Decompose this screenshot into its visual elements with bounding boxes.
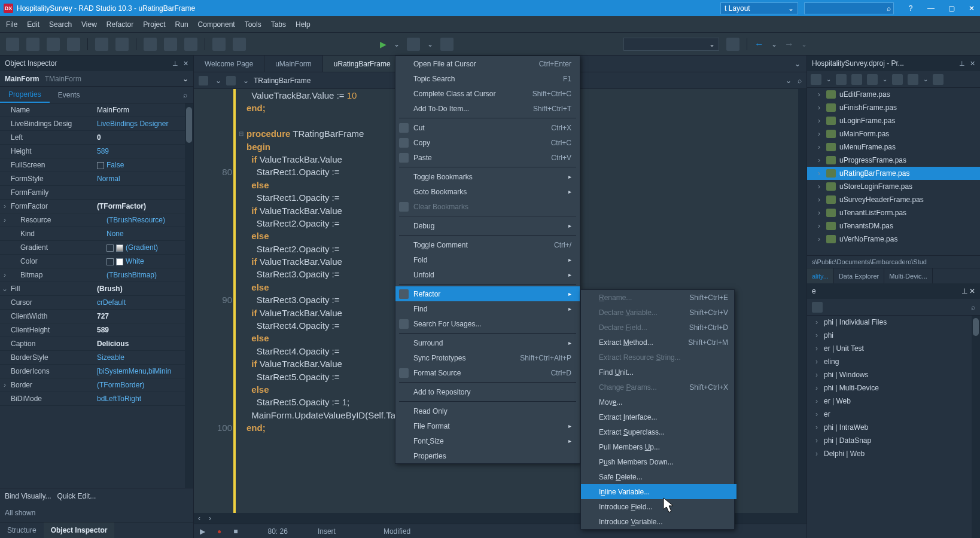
chevron-down-icon[interactable]: ⌄ (243, 77, 249, 85)
palette-category[interactable]: ›Delphi | Web (807, 447, 980, 460)
property-row[interactable]: ›FormFactor(TFormFactor) (0, 200, 193, 213)
property-row[interactable]: Height589 (0, 145, 193, 158)
tb-btn-4[interactable] (212, 38, 226, 51)
property-row[interactable]: CursorcrDefault (0, 296, 193, 310)
property-value[interactable]: Normal (93, 175, 193, 183)
maximize-button[interactable]: ▢ (946, 4, 956, 13)
macro-record-icon[interactable]: ● (217, 527, 221, 536)
property-value[interactable]: False (93, 161, 193, 169)
tb-btn-6[interactable] (726, 38, 739, 51)
editor-tab[interactable]: uRatingBarFrame (323, 56, 402, 72)
project-file[interactable]: ›uMainForm.pas (807, 127, 980, 140)
layout-combo[interactable]: t Layout ⌄ (720, 2, 798, 14)
quick-edit-link[interactable]: Quick Edit... (57, 492, 96, 500)
property-row[interactable]: NameMainForm (0, 103, 193, 117)
refactor-menu-item[interactable]: Extract Interface... (581, 409, 736, 424)
project-file[interactable]: ›uStoreLoginFrame.pas (807, 180, 980, 193)
palette-category[interactable]: ›eling (807, 355, 980, 368)
close-icon[interactable]: ✕ (970, 60, 975, 68)
tab-object-inspector[interactable]: Object Inspector (44, 522, 115, 538)
close-icon[interactable]: ✕ (183, 60, 188, 68)
nav-back-dropdown[interactable]: ⌄ (771, 40, 777, 48)
macro-stop-icon[interactable]: ■ (233, 527, 238, 536)
context-menu-item[interactable]: Toggle CommentCtrl+/ (395, 237, 580, 252)
expander-icon[interactable]: › (818, 195, 826, 204)
chevron-down-icon[interactable]: ⌄ (826, 76, 831, 82)
property-row[interactable]: FormFamily (0, 186, 193, 200)
refactor-menu-item[interactable]: Pull Members Up... (581, 439, 736, 454)
tab-structure[interactable]: Structure (0, 522, 44, 538)
property-value[interactable]: 589 (93, 326, 193, 334)
context-menu-item[interactable]: Refactor▸ (395, 286, 580, 301)
property-value[interactable]: 727 (93, 312, 193, 320)
menu-search[interactable]: Search (49, 20, 72, 29)
context-menu-item[interactable]: Find▸ (395, 301, 580, 316)
property-row[interactable]: CaptionDelicious (0, 337, 193, 351)
menu-refactor[interactable]: Refactor (106, 20, 133, 29)
property-row[interactable]: BiDiModebdLeftToRight (0, 392, 193, 406)
context-menu-item[interactable]: Format SourceCtrl+D (395, 365, 580, 380)
expander-icon[interactable]: › (0, 381, 10, 389)
palette-cursor-icon[interactable] (812, 302, 823, 313)
run-button[interactable]: ▶ (380, 39, 386, 49)
property-row[interactable]: BorderStyleSizeable (0, 351, 193, 365)
expander-icon[interactable]: › (815, 436, 824, 445)
refactor-menu-item[interactable]: Inline Variable... (581, 484, 736, 499)
scrollbar[interactable] (185, 103, 193, 488)
context-menu-item[interactable]: Font Size▸ (395, 433, 580, 448)
expander-icon[interactable]: › (815, 423, 824, 432)
expander-icon[interactable]: › (818, 156, 826, 164)
pin-icon[interactable]: ⊥ (172, 60, 178, 68)
project-tree[interactable]: ›uEditFrame.pas›uFinishFrame.pas›uLoginF… (807, 88, 980, 255)
expander-icon[interactable]: › (818, 103, 826, 112)
chevron-down-icon[interactable]: ⌄ (882, 76, 887, 82)
nav-forward-dropdown[interactable]: ⌄ (801, 40, 807, 48)
run-no-debug-dropdown[interactable]: ⌄ (427, 40, 433, 48)
expander-icon[interactable]: › (818, 143, 826, 151)
scroll-left-icon[interactable]: ‹ (194, 514, 205, 522)
save-button[interactable] (47, 38, 60, 51)
search-icon[interactable]: ⌕ (183, 91, 187, 99)
property-row[interactable]: ClientHeight589 (0, 323, 193, 337)
palette-category[interactable]: ›phi | Individual Files (807, 316, 980, 329)
property-value[interactable]: (Gradient) (103, 243, 193, 252)
chevron-down-icon[interactable]: ⌄ (786, 77, 792, 85)
menu-component[interactable]: Component (198, 20, 235, 29)
property-value[interactable]: bdLeftToRight (93, 395, 193, 403)
project-file[interactable]: ›uProgressFrame.pas (807, 154, 980, 167)
expander-icon[interactable]: › (815, 331, 824, 340)
project-file[interactable]: ›uSurveyHeaderFrame.pas (807, 193, 980, 206)
property-value[interactable]: [biSystemMenu,biMinin (93, 367, 193, 375)
proj-tb-4[interactable] (867, 74, 878, 85)
menu-file[interactable]: File (6, 20, 17, 29)
project-file[interactable]: ›uTenantsDM.pas (807, 219, 980, 233)
property-grid[interactable]: NameMainFormLiveBindings DesigLiveBindin… (0, 103, 193, 488)
property-row[interactable]: ›Bitmap(TBrushBitmap) (0, 268, 193, 282)
refactor-menu-item[interactable]: Find Unit... (581, 365, 736, 380)
refactor-menu-item[interactable]: Move... (581, 395, 736, 409)
scroll-right-icon[interactable]: › (205, 514, 215, 522)
palette-category[interactable]: ›phi | Windows (807, 368, 980, 381)
property-row[interactable]: ClientWidth727 (0, 310, 193, 323)
property-value[interactable]: LiveBindings Designer (93, 120, 193, 128)
chevron-down-icon[interactable]: ⌄ (923, 76, 928, 82)
tb-btn-1[interactable] (144, 38, 157, 51)
editor-context-menu[interactable]: Open File at CursorCtrl+EnterTopic Searc… (395, 56, 580, 464)
property-row[interactable]: ›Resource(TBrushResource) (0, 213, 193, 227)
breadcrumb-text[interactable]: TRatingBarFrame (254, 77, 311, 85)
expander-icon[interactable]: › (818, 182, 826, 191)
property-value[interactable]: (TFormFactor) (93, 202, 193, 210)
palette-category[interactable]: ›er (807, 408, 980, 421)
palette-category[interactable]: ›er | Unit Test (807, 342, 980, 355)
property-value[interactable]: (TBrushResource) (103, 216, 193, 224)
expander-icon[interactable]: › (0, 216, 10, 224)
expander-icon[interactable]: › (815, 371, 824, 379)
minimize-button[interactable]: — (926, 4, 936, 13)
property-row[interactable]: LiveBindings DesigLiveBindings Designer (0, 117, 193, 131)
context-menu-item[interactable]: Complete Class at CursorShift+Ctrl+C (395, 86, 580, 101)
expander-icon[interactable]: › (0, 271, 10, 279)
expander-icon[interactable]: › (815, 397, 824, 405)
pin-icon[interactable]: ⊥ (961, 287, 967, 295)
scrollbar[interactable] (798, 89, 806, 513)
expander-icon[interactable]: › (818, 90, 826, 99)
